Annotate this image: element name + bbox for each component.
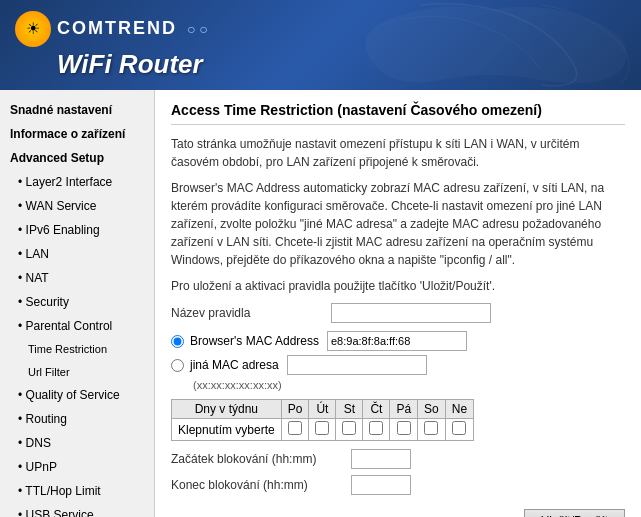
sidebar-item-ipv6[interactable]: IPv6 Enabling — [0, 218, 154, 242]
days-header-label: Dny v týdnu — [172, 400, 282, 419]
sidebar-item-ttl[interactable]: TTL/Hop Limit — [0, 479, 154, 503]
day-ut: Út — [309, 400, 336, 419]
checkbox-st[interactable] — [342, 421, 356, 435]
browser-mac-row: Browser's MAC Address — [171, 331, 625, 351]
checkbox-ct-cell — [363, 419, 390, 441]
browser-mac-input[interactable] — [327, 331, 467, 351]
mac-radio-group: Browser's MAC Address jiná MAC adresa (x… — [171, 331, 625, 391]
description-3: Pro uložení a aktivaci pravidla použijte… — [171, 277, 625, 295]
checkbox-po-cell — [281, 419, 309, 441]
header: ☀ COMTREND ○ ○ WiFi Router — [0, 0, 641, 90]
other-mac-radio[interactable] — [171, 359, 184, 372]
save-button[interactable]: Uložit/Použít — [524, 509, 625, 517]
save-button-container: Uložit/Použít — [171, 503, 625, 517]
start-time-label: Začátek blokování (hh:mm) — [171, 452, 351, 466]
checkbox-so-cell — [418, 419, 446, 441]
other-mac-input[interactable] — [287, 355, 427, 375]
sidebar-item-security[interactable]: Security — [0, 290, 154, 314]
day-pa: Pá — [390, 400, 418, 419]
day-ct: Čt — [363, 400, 390, 419]
brand-row: ☀ COMTREND ○ ○ — [15, 11, 208, 47]
sidebar-item-dns[interactable]: DNS — [0, 431, 154, 455]
checkbox-ct[interactable] — [369, 421, 383, 435]
sidebar-item-qos[interactable]: Quality of Service — [0, 383, 154, 407]
sidebar-item-url-filter[interactable]: Url Filter — [0, 361, 154, 384]
checkbox-ut-cell — [309, 419, 336, 441]
checkbox-ne-cell — [445, 419, 473, 441]
checkbox-pa-cell — [390, 419, 418, 441]
sidebar-item-device-info[interactable]: Informace o zařízení — [0, 122, 154, 146]
sidebar-item-nat[interactable]: NAT — [0, 266, 154, 290]
day-ne: Ne — [445, 400, 473, 419]
day-po: Po — [281, 400, 309, 419]
sidebar-item-usb-service[interactable]: USB Service — [0, 503, 154, 517]
sidebar-item-advanced-setup[interactable]: Advanced Setup — [0, 146, 154, 170]
select-label: Klepnutím vyberte — [172, 419, 282, 441]
brand-dots: ○ ○ — [187, 21, 208, 37]
start-time-input[interactable] — [351, 449, 411, 469]
sidebar-item-wan-service[interactable]: WAN Service — [0, 194, 154, 218]
browser-mac-label: Browser's MAC Address — [190, 334, 319, 348]
sidebar-item-parental[interactable]: Parental Control — [0, 314, 154, 338]
other-mac-row: jiná MAC adresa — [171, 355, 625, 375]
brand-name: COMTREND — [57, 18, 177, 39]
checkbox-ut[interactable] — [315, 421, 329, 435]
checkbox-po[interactable] — [288, 421, 302, 435]
start-time-row: Začátek blokování (hh:mm) — [171, 449, 625, 469]
day-st: St — [336, 400, 363, 419]
product-name: WiFi Router — [57, 49, 208, 80]
sidebar-item-routing[interactable]: Routing — [0, 407, 154, 431]
end-time-row: Konec blokování (hh:mm) — [171, 475, 625, 495]
logo-area: ☀ COMTREND ○ ○ WiFi Router — [15, 11, 208, 80]
logo-icon: ☀ — [15, 11, 51, 47]
sidebar-item-layer2[interactable]: Layer2 Interface — [0, 170, 154, 194]
end-time-input[interactable] — [351, 475, 411, 495]
content-area: Access Time Restriction (nastavení Časov… — [155, 90, 641, 517]
main-layout: Snadné nastavení Informace o zařízení Ad… — [0, 90, 641, 517]
rule-name-row: Název pravidla — [171, 303, 625, 323]
days-table: Dny v týdnu Po Út St Čt Pá So Ne Klepnut… — [171, 399, 474, 441]
checkbox-pa[interactable] — [397, 421, 411, 435]
sidebar: Snadné nastavení Informace o zařízení Ad… — [0, 90, 155, 517]
rule-name-input[interactable] — [331, 303, 491, 323]
rule-name-label: Název pravidla — [171, 306, 331, 320]
sidebar-item-lan[interactable]: LAN — [0, 242, 154, 266]
sidebar-item-easy-setup[interactable]: Snadné nastavení — [0, 98, 154, 122]
sidebar-item-upnp[interactable]: UPnP — [0, 455, 154, 479]
header-wave-decoration — [341, 0, 641, 90]
end-time-label: Konec blokování (hh:mm) — [171, 478, 351, 492]
day-so: So — [418, 400, 446, 419]
browser-mac-radio[interactable] — [171, 335, 184, 348]
other-mac-hint: (xx:xx:xx:xx:xx:xx) — [193, 379, 625, 391]
description-1: Tato stránka umožňuje nastavit omezení p… — [171, 135, 625, 171]
checkbox-so[interactable] — [424, 421, 438, 435]
checkbox-st-cell — [336, 419, 363, 441]
other-mac-label: jiná MAC adresa — [190, 358, 279, 372]
description-2: Browser's MAC Address automaticky zobraz… — [171, 179, 625, 269]
checkbox-ne[interactable] — [452, 421, 466, 435]
sidebar-item-time-restriction[interactable]: Time Restriction — [0, 338, 154, 361]
page-title: Access Time Restriction (nastavení Časov… — [171, 102, 625, 125]
